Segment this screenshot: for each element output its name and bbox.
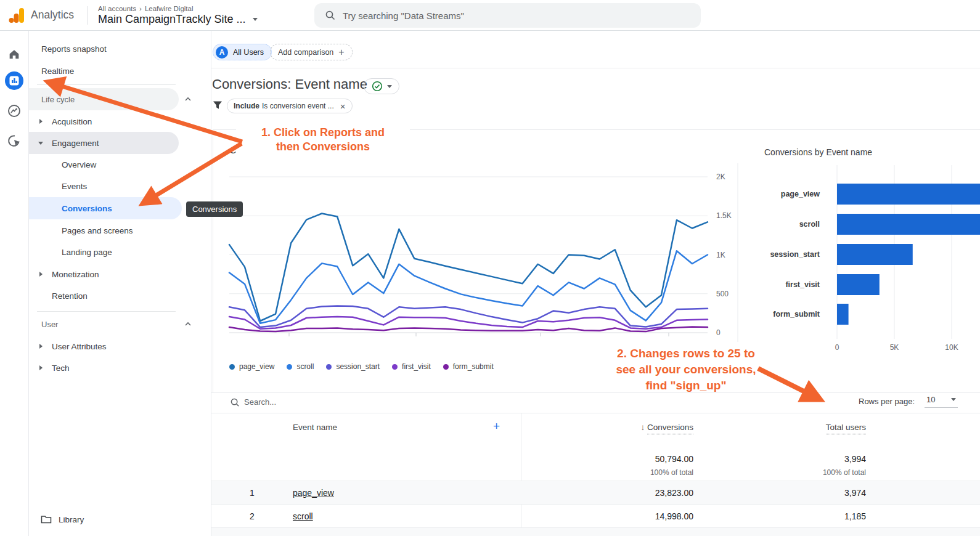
- legend-item-form_submit[interactable]: form_submit: [443, 362, 494, 371]
- breadcrumb-org[interactable]: Leafwire Digital: [145, 5, 194, 12]
- home-icon[interactable]: [5, 45, 23, 63]
- explore-icon[interactable]: [5, 102, 23, 120]
- breadcrumb-all-accounts[interactable]: All accounts: [98, 5, 136, 12]
- legend-item-page_view[interactable]: page_view: [229, 362, 274, 371]
- report-status-dropdown[interactable]: [364, 78, 399, 94]
- conversions-tooltip: Conversions: [186, 201, 243, 217]
- add-comparison-button[interactable]: Add comparison +: [270, 44, 353, 60]
- close-icon[interactable]: ×: [340, 101, 346, 112]
- bar-session_start: [837, 244, 913, 265]
- sidebar-divider: [37, 311, 176, 312]
- annotation-line: see all your conversions,: [584, 362, 788, 378]
- sidebar-item-tech[interactable]: Tech: [29, 357, 211, 379]
- bar-chart-title: Conversions by Event name: [764, 147, 872, 157]
- legend-label: first_visit: [402, 362, 431, 371]
- legend-label: form_submit: [453, 362, 494, 371]
- sidebar-label: Tech: [52, 363, 70, 373]
- sidebar-item-library[interactable]: Library: [29, 508, 211, 530]
- line-series-first_visit: [229, 317, 708, 329]
- bar-form_submit: [837, 304, 849, 325]
- table-search-input[interactable]: Search...: [244, 397, 276, 407]
- bar-x-tick-label: 10K: [945, 343, 958, 352]
- chevron-up-icon: [184, 97, 192, 102]
- legend-label: scroll: [296, 362, 314, 371]
- nav-rail: [0, 31, 29, 536]
- global-search-input[interactable]: Try searching "Data Streams": [314, 3, 701, 28]
- bar-category-label: scroll: [799, 220, 820, 229]
- sidebar-label: Engagement: [52, 139, 99, 148]
- reports-icon[interactable]: [5, 71, 23, 90]
- bar-x-tick-label: 5K: [890, 343, 899, 352]
- sidebar-label: Landing page: [62, 248, 112, 257]
- bar-page_view: [837, 184, 980, 205]
- y-axis-tick-label: 0: [716, 328, 721, 337]
- line-series-session_start: [229, 306, 708, 327]
- chart-legend: page_viewscrollsession_startfirst_visitf…: [229, 362, 494, 371]
- rows-per-page-control: Rows per page: 10: [859, 395, 958, 408]
- filter-condition: Is conversion event ...: [262, 102, 334, 110]
- rows-per-page-select[interactable]: 10: [925, 395, 958, 408]
- sidebar-section-label: User: [41, 320, 58, 329]
- annotation-line: then Conversions: [236, 140, 410, 154]
- legend-item-first_visit[interactable]: first_visit: [392, 362, 431, 371]
- segment-avatar: A: [216, 46, 228, 59]
- sidebar-item-monetization[interactable]: Monetization: [29, 263, 211, 285]
- sidebar-label: Overview: [62, 160, 96, 169]
- sidebar-item-acquisition[interactable]: Acquisition: [29, 110, 211, 132]
- property-name[interactable]: Main CampaignTrackly Site ...: [98, 13, 245, 26]
- advertising-icon[interactable]: [5, 131, 23, 150]
- row-rank: 2: [245, 505, 259, 528]
- sidebar-item-realtime[interactable]: Realtime: [29, 60, 211, 82]
- column-header-conversions[interactable]: ↓ Conversions: [601, 423, 693, 432]
- expand-right-icon: [39, 344, 43, 349]
- sidebar-item-landing-page[interactable]: Landing page: [29, 241, 211, 263]
- sidebar-label: Acquisition: [52, 117, 92, 126]
- add-column-button[interactable]: +: [493, 420, 500, 433]
- all-users-segment-chip[interactable]: A All Users: [213, 44, 272, 60]
- sidebar-item-retention[interactable]: Retention: [29, 285, 211, 307]
- sidebar-item-conversions[interactable]: Conversions: [29, 197, 182, 219]
- account-property-switcher[interactable]: All accounts › Leafwire Digital Main Cam…: [98, 5, 258, 26]
- caret-down-icon: [951, 398, 956, 401]
- sort-desc-icon: ↓: [640, 423, 645, 432]
- legend-label: session_start: [336, 362, 380, 371]
- filter-chip[interactable]: Include Is conversion event ... ×: [227, 99, 353, 113]
- sidebar-section-label: Life cycle: [41, 95, 75, 104]
- legend-dot-icon: [229, 364, 235, 370]
- legend-dot-icon: [326, 364, 332, 370]
- product-name: Analytics: [31, 9, 74, 22]
- breadcrumb: All accounts › Leafwire Digital: [98, 5, 258, 12]
- row-total-users: 3,974: [774, 481, 866, 505]
- sidebar-label: Monetization: [52, 270, 99, 279]
- column-header-total-users[interactable]: Total users: [774, 423, 866, 432]
- rows-per-page-label: Rows per page:: [859, 397, 915, 406]
- rows-per-page-value: 10: [926, 395, 935, 404]
- property-caret-icon[interactable]: [253, 18, 258, 21]
- expand-right-icon: [39, 272, 43, 277]
- sidebar-item-engagement[interactable]: Engagement: [29, 132, 179, 154]
- legend-item-session_start[interactable]: session_start: [326, 362, 380, 371]
- sidebar-item-pages-and-screens[interactable]: Pages and screens: [29, 219, 211, 242]
- sidebar-item-reports-snapshot[interactable]: Reports snapshot: [29, 38, 211, 60]
- table-row: 1 page_view 23,823.00 3,974: [211, 481, 980, 504]
- google-analytics-logo-icon[interactable]: [9, 7, 25, 23]
- event-link[interactable]: scroll: [293, 505, 313, 528]
- bar-scroll: [837, 214, 980, 235]
- column-header-label: Conversions: [647, 423, 693, 434]
- sidebar-section-user[interactable]: User: [29, 313, 179, 335]
- sidebar-item-overview[interactable]: Overview: [29, 153, 211, 176]
- page-title: Conversions: Event name: [212, 76, 367, 92]
- row-rank: 1: [245, 481, 259, 505]
- filter-icon[interactable]: [213, 100, 223, 110]
- column-header-event-name[interactable]: Event name: [293, 423, 337, 432]
- legend-dot-icon: [392, 364, 398, 370]
- event-link[interactable]: page_view: [293, 481, 334, 505]
- sidebar-item-events[interactable]: Events: [29, 175, 211, 197]
- legend-item-scroll[interactable]: scroll: [287, 362, 314, 371]
- plus-icon: +: [338, 47, 344, 58]
- y-axis-tick-label: 500: [716, 290, 729, 298]
- table-search-icon[interactable]: [231, 398, 240, 407]
- sidebar-item-user-attributes[interactable]: User Attributes: [29, 335, 211, 357]
- sidebar-section-life-cycle[interactable]: Life cycle: [29, 88, 179, 110]
- bar-category-label: form_submit: [773, 310, 820, 319]
